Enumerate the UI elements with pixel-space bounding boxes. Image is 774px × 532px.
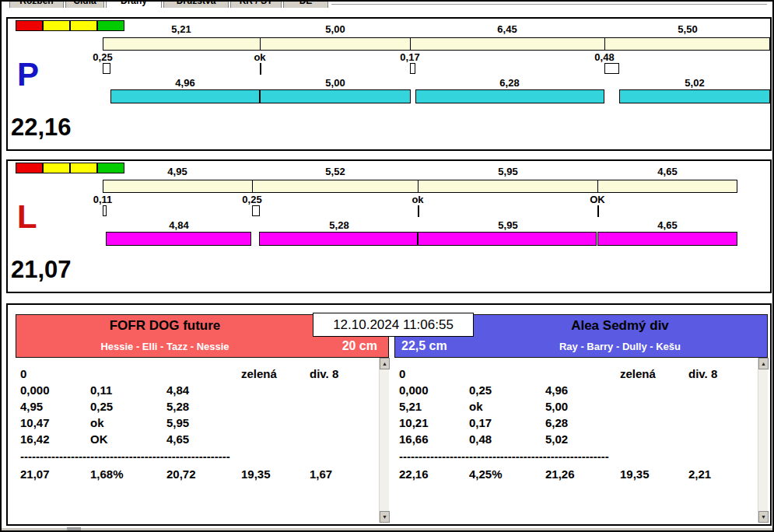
datetime-box: 12.10.2024 11:06:55 [313,313,474,337]
dog-time-bar [619,89,770,103]
result-cell: 0,11 [90,383,157,397]
split-divider [410,37,411,51]
result-cell: 4,65 [166,432,233,446]
result-cell: div. 8 [688,367,755,380]
status-light-2 [43,20,70,31]
result-cell: div. 8 [310,367,376,380]
dog-time-bar [415,89,604,103]
result-cell: 0,000 [399,383,466,397]
crossing-marker-tick [418,205,419,217]
dog-time-bar [597,232,737,246]
result-cell: 5,02 [545,432,612,446]
result-cell: 10,47 [20,416,87,429]
scroll-down-button[interactable]: ▼ [380,511,390,523]
result-cell: 5,21 [399,400,466,413]
split-divider [604,37,605,51]
split-bar [103,37,770,51]
dog-time-bar [418,232,597,246]
status-light-2 [43,163,70,173]
dog-time-label: 5,95 [477,219,539,231]
lane-letter: L [17,198,37,236]
result-cell: 0,17 [469,416,536,429]
jump-height-left: 20 cm [307,339,377,353]
scroll-up-button[interactable]: ▲ [380,358,390,369]
result-cell: 4,95 [20,400,87,413]
split-divider [260,37,261,51]
status-light-3 [70,20,97,31]
result-separator: ----------------------------------------… [399,450,626,463]
result-cell: 16,66 [399,432,466,446]
dog-time-label: 5,00 [304,77,366,89]
result-cell: 0 [399,367,466,380]
result-total-cell: 1,67 [310,467,376,481]
result-cell: 6,28 [545,416,612,429]
jump-height-right: 22,5 cm [401,339,487,353]
crossing-marker-box [410,63,415,74]
result-cell: OK [90,432,157,446]
split-time-label: 6,45 [476,23,538,35]
result-cell: 5,95 [166,416,233,429]
crossing-label: 0,11 [79,194,126,205]
dog-time-bar [110,89,260,103]
result-cell: 0,000 [20,383,87,397]
split-time-label: 5,95 [477,166,539,177]
split-divider [597,180,598,193]
team-name-left: FOFR DOG future [16,318,313,334]
status-light-1 [16,163,43,173]
split-divider [418,180,419,193]
dog-time-label: 4,96 [154,77,216,89]
dog-time-label: 4,65 [636,219,699,231]
team-dogs-left: Hessie - Elli - Tazz - Nessie [16,341,313,352]
dog-time-label: 5,02 [664,77,726,89]
dog-time-label: 5,28 [308,219,370,231]
lane-total-time: 22,16 [11,114,72,142]
result-total-cell: 1,68% [90,467,157,481]
crossing-marker-box [103,205,107,216]
result-total-cell: 20,72 [166,467,233,481]
lane-total-time: 21,07 [11,256,72,284]
result-cell: ok [90,416,157,429]
status-light-4 [97,163,124,173]
window-bottom-edge [2,528,772,530]
team-name-right: Alea Sedmý div [473,318,767,334]
status-light-1 [16,20,43,31]
split-divider [252,180,253,193]
crossing-label: OK [574,194,621,205]
result-total-cell: 4,25% [469,467,536,481]
crossing-marker-box [604,63,619,74]
lane-letter: P [17,56,39,93]
dog-time-bar [106,232,251,246]
status-light-4 [97,20,124,31]
result-cell: 10,21 [399,416,466,429]
crossing-marker-box [252,205,260,216]
result-cell: 0 [20,367,87,380]
crossing-label: 0,48 [581,51,628,63]
scroll-up-button[interactable]: ▲ [758,358,769,369]
result-table-left[interactable]: 0zelenádiv. 80,0000,114,844,950,255,2810… [16,358,389,523]
result-cell: 5,00 [545,400,612,413]
result-table-right[interactable]: 0zelenádiv. 80,0000,254,965,21ok5,0010,2… [394,358,768,523]
lane-panel-l: 4,955,525,954,650,110,25okOK4,845,285,95… [6,159,772,293]
result-cell: 4,84 [166,383,233,397]
app-window: RozběhČidlaDráhyDružstvaKR / STDE 5,215,… [0,0,774,532]
scrollbar[interactable]: ▲▼ [379,358,389,523]
scroll-down-button[interactable]: ▼ [758,511,769,523]
result-cell: ok [469,400,536,413]
result-total-cell: 21,07 [20,467,87,481]
split-time-label: 5,00 [304,23,366,35]
result-cell: zelená [620,367,687,380]
result-separator: ----------------------------------------… [20,450,247,463]
result-total-cell: 19,35 [241,467,308,481]
crossing-label: 0,17 [387,51,433,63]
scrollbar[interactable]: ▲▼ [758,358,768,523]
crossing-marker-tick [597,205,599,217]
dog-time-bar [259,232,418,246]
result-cell: zelená [241,367,308,380]
split-time-label: 5,52 [304,166,366,177]
crossing-label: 0,25 [79,51,126,63]
dog-time-label: 4,84 [148,219,210,231]
result-cell: 5,28 [166,400,233,413]
status-light-3 [70,163,97,173]
window-bottom-notch [67,527,81,531]
result-total-cell: 22,16 [399,467,466,481]
